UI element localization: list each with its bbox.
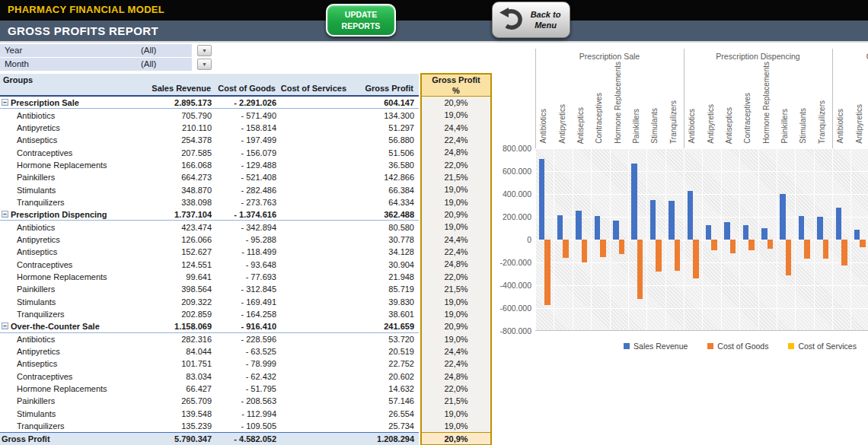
gridline (814, 148, 815, 330)
grand-total-row[interactable]: Gross Profit5.790.347- 4.582.0521.208.29… (0, 432, 419, 444)
chart-category-label: Contraceptives (595, 93, 603, 144)
table-row[interactable]: Painkillers398.564- 312.84585.719 (0, 283, 419, 295)
gross-profit-pct-value: 24,8% (421, 146, 491, 158)
gross-profit-chart: 800.000600.000400.000200.0000-200.000-40… (498, 46, 868, 365)
gross-profit-pct-value: 20,9% (421, 97, 491, 109)
app-title-bar: PHARMACY FINANCIAL MODEL (0, 0, 868, 21)
table-row[interactable]: Tranquilizers202.859- 164.25838.601 (0, 308, 419, 320)
sales-revenue-bar (854, 230, 860, 240)
table-row[interactable]: Painkillers664.273- 521.408142.866 (0, 171, 419, 183)
row-label: Hormone Replacements (17, 161, 107, 170)
month-filter-dropdown-button[interactable]: ▼ (197, 59, 212, 70)
row-label: Stimulants (17, 297, 56, 307)
y-axis-tick-label: 200.000 (498, 212, 531, 221)
gross-profit-pct-value: 21,5% (421, 395, 491, 407)
chart-group-label: Prescription Dispencing (716, 52, 799, 61)
page-title: GROSS PROFITS REPORT (8, 24, 158, 37)
table-row[interactable]: Painkillers265.709- 208.56357.146 (0, 395, 419, 407)
legend-item[interactable]: Cost of Services (788, 342, 856, 351)
gross-profit-pct-value: 22,4% (421, 246, 491, 258)
row-label: Antipyretics (17, 123, 60, 132)
table-row[interactable]: Antiseptics101.751- 78.99922.752 (0, 358, 419, 370)
row-label: Prescription Dispencing (11, 210, 107, 219)
update-reports-button[interactable]: UPDATE REPORTS (326, 4, 396, 37)
row-label: Tranquilizers (17, 198, 65, 207)
table-row[interactable]: Contraceptives124.551- 93.64830.904 (0, 258, 419, 270)
table-row[interactable]: Antibiotics705.790- 571.490134.300 (0, 109, 419, 121)
cost-of-goods-bar (711, 240, 717, 250)
table-row[interactable]: Antibiotics423.474- 342.89480.580 (0, 221, 419, 233)
row-label: Over-the-Counter Sale (11, 322, 100, 331)
month-filter-label: Month (5, 59, 29, 68)
year-filter-value[interactable]: (All) (141, 46, 156, 55)
cost-of-goods-bar (748, 240, 755, 250)
sales-revenue-bar (706, 225, 712, 240)
table-row[interactable]: Antipyretics126.066- 95.28830.778 (0, 234, 419, 246)
gridline (554, 148, 554, 330)
row-label: Prescription Sale (11, 98, 79, 107)
year-filter-dropdown-button[interactable]: ▼ (197, 45, 212, 56)
table-row[interactable]: Antiseptics254.378- 197.49956.880 (0, 134, 419, 146)
gridline (591, 148, 592, 330)
row-label: Antipyretics (17, 347, 60, 356)
gross-profit-pct-value: 21,5% (421, 171, 491, 183)
table-row[interactable]: Tranquilizers338.098- 273.76364.334 (0, 196, 419, 208)
collapse-icon[interactable]: − (2, 99, 8, 106)
gridline (535, 331, 868, 332)
table-row[interactable]: Hormone Replacements99.641- 77.69321.948 (0, 271, 419, 283)
y-axis-tick-label: 800.000 (498, 144, 531, 153)
table-row[interactable]: Tranquilizers135.239- 109.50525.734 (0, 420, 419, 432)
row-label: Stimulants (17, 409, 56, 418)
table-row[interactable]: Stimulants139.548- 112.99426.554 (0, 408, 419, 420)
back-to-menu-button[interactable]: Back to Menu (492, 2, 570, 38)
table-row[interactable]: −Prescription Sale2.895.173- 2.291.02660… (0, 97, 419, 109)
row-label: Tranquilizers (17, 310, 65, 319)
chart-category-label: Stimulants (799, 108, 807, 144)
table-row[interactable]: Hormone Replacements66.427- 51.79514.632 (0, 383, 419, 395)
table-row[interactable]: Contraceptives207.585- 156.07951.506 (0, 146, 419, 158)
cost-of-goods-bar (637, 240, 643, 299)
sales-revenue-bar (817, 217, 823, 240)
gross-profit-column-header: Gross Profit (365, 84, 413, 93)
table-row[interactable]: −Prescription Dispencing1.737.104- 1.374… (0, 208, 419, 221)
gross-profit-pct-value: 19,0% (421, 408, 491, 420)
table-row[interactable]: −Over-the-Counter Sale1.158.069- 916.410… (0, 320, 419, 332)
table-row[interactable]: Stimulants348.870- 282.48666.384 (0, 183, 419, 195)
cost-of-services-column-header: Cost of Services (281, 84, 346, 93)
sales-revenue-bar (669, 201, 675, 240)
gross-profit-pct-value: 19,0% (421, 196, 491, 208)
total-label: Gross Profit (2, 434, 50, 443)
cost-of-goods-bar (600, 240, 606, 257)
row-label: Painkillers (17, 284, 55, 294)
cost-of-goods-bar (675, 240, 681, 271)
collapse-icon[interactable]: − (2, 211, 8, 218)
group-divider-line (535, 49, 536, 148)
chart-category-label: Antipyretics (558, 104, 566, 144)
legend-item[interactable]: Cost of Goods (707, 342, 768, 351)
table-row[interactable]: Antipyretics210.110- 158.81451.297 (0, 122, 419, 134)
chart-legend: Sales RevenueCost of GoodsCost of Servic… (498, 342, 868, 351)
sales-revenue-bar (613, 221, 619, 240)
row-label: Antiseptics (17, 247, 57, 256)
table-row[interactable]: Antipyretics84.044- 63.52520.519 (0, 345, 419, 358)
table-row[interactable]: Hormone Replacements166.068- 129.48836.5… (0, 159, 419, 171)
gross-profit-pct-header: Gross Profit% (421, 74, 491, 97)
gross-profit-pct-value: 21,5% (421, 283, 491, 295)
gridline (628, 148, 629, 330)
table-row[interactable]: Contraceptives83.034- 62.43220.602 (0, 370, 419, 383)
cost-of-goods-bar (860, 240, 866, 247)
y-axis-tick-label: -200.000 (498, 258, 531, 267)
gridline (573, 148, 573, 330)
row-label: Antibiotics (17, 223, 55, 232)
table-row[interactable]: Antibiotics282.316- 228.59653.720 (0, 333, 419, 345)
chart-category-label: Antibiotics (688, 109, 696, 144)
gross-profit-pct-value: 22,0% (421, 383, 491, 395)
table-row[interactable]: Stimulants209.322- 169.49139.830 (0, 296, 419, 308)
chart-category-label: Painkillers (632, 109, 640, 144)
row-label: Tranquilizers (17, 421, 65, 431)
collapse-icon[interactable]: − (2, 323, 8, 329)
y-axis-tick-label: 400.000 (498, 189, 531, 199)
legend-item[interactable]: Sales Revenue (624, 342, 688, 351)
table-row[interactable]: Antiseptics152.627- 118.49934.128 (0, 246, 419, 258)
month-filter-value[interactable]: (All) (141, 59, 156, 68)
